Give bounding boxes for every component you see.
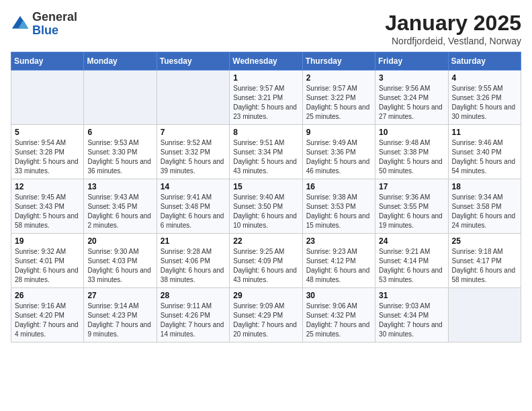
- calendar-day-cell: 19Sunrise: 9:32 AM Sunset: 4:01 PM Dayli…: [11, 234, 84, 288]
- weekday-header-cell: Monday: [84, 52, 157, 71]
- day-info: Sunrise: 9:34 AM Sunset: 3:58 PM Dayligh…: [452, 193, 517, 230]
- calendar-table: SundayMondayTuesdayWednesdayThursdayFrid…: [11, 52, 521, 342]
- weekday-header-cell: Friday: [375, 52, 448, 71]
- calendar-day-cell: 5Sunrise: 9:54 AM Sunset: 3:28 PM Daylig…: [11, 125, 84, 179]
- day-info: Sunrise: 9:57 AM Sunset: 3:22 PM Dayligh…: [306, 84, 371, 122]
- day-info: Sunrise: 9:48 AM Sunset: 3:38 PM Dayligh…: [379, 138, 444, 176]
- calendar-day-cell: [448, 288, 521, 342]
- calendar-day-cell: 15Sunrise: 9:40 AM Sunset: 3:50 PM Dayli…: [230, 179, 302, 234]
- calendar-day-cell: 11Sunrise: 9:46 AM Sunset: 3:40 PM Dayli…: [448, 125, 521, 179]
- calendar-day-cell: 13Sunrise: 9:43 AM Sunset: 3:45 PM Dayli…: [84, 179, 157, 234]
- calendar-day-cell: 8Sunrise: 9:51 AM Sunset: 3:34 PM Daylig…: [230, 125, 302, 179]
- calendar-day-cell: 29Sunrise: 9:09 AM Sunset: 4:29 PM Dayli…: [230, 288, 302, 342]
- calendar-week-row: 19Sunrise: 9:32 AM Sunset: 4:01 PM Dayli…: [11, 234, 521, 288]
- calendar-day-cell: 25Sunrise: 9:18 AM Sunset: 4:17 PM Dayli…: [448, 234, 521, 288]
- day-info: Sunrise: 9:32 AM Sunset: 4:01 PM Dayligh…: [15, 247, 80, 285]
- day-number: 16: [306, 182, 371, 191]
- calendar-day-cell: 9Sunrise: 9:49 AM Sunset: 3:36 PM Daylig…: [302, 125, 375, 179]
- day-number: 15: [233, 182, 298, 191]
- calendar-day-cell: [11, 71, 84, 125]
- day-number: 23: [306, 236, 371, 246]
- day-number: 17: [379, 182, 444, 191]
- calendar-day-cell: 1Sunrise: 9:57 AM Sunset: 3:21 PM Daylig…: [230, 71, 302, 125]
- weekday-header-row: SundayMondayTuesdayWednesdayThursdayFrid…: [11, 52, 521, 71]
- day-number: 31: [379, 291, 444, 300]
- day-number: 3: [379, 73, 444, 83]
- day-info: Sunrise: 9:41 AM Sunset: 3:48 PM Dayligh…: [161, 193, 226, 230]
- logo-text: General Blue: [32, 11, 77, 38]
- calendar-week-row: 26Sunrise: 9:16 AM Sunset: 4:20 PM Dayli…: [11, 288, 521, 342]
- calendar-day-cell: [84, 71, 157, 125]
- day-info: Sunrise: 9:11 AM Sunset: 4:26 PM Dayligh…: [161, 302, 226, 339]
- day-info: Sunrise: 9:51 AM Sunset: 3:34 PM Dayligh…: [233, 138, 298, 176]
- day-number: 6: [87, 128, 152, 137]
- day-info: Sunrise: 9:49 AM Sunset: 3:36 PM Dayligh…: [306, 138, 371, 176]
- day-number: 14: [161, 182, 226, 191]
- calendar-day-cell: 28Sunrise: 9:11 AM Sunset: 4:26 PM Dayli…: [157, 288, 229, 342]
- day-number: 4: [452, 73, 517, 83]
- day-info: Sunrise: 9:36 AM Sunset: 3:55 PM Dayligh…: [379, 193, 444, 230]
- calendar-day-cell: 10Sunrise: 9:48 AM Sunset: 3:38 PM Dayli…: [375, 125, 448, 179]
- day-number: 25: [452, 236, 517, 246]
- day-info: Sunrise: 9:30 AM Sunset: 4:03 PM Dayligh…: [87, 247, 152, 285]
- calendar-day-cell: 22Sunrise: 9:25 AM Sunset: 4:09 PM Dayli…: [230, 234, 302, 288]
- calendar-day-cell: 7Sunrise: 9:52 AM Sunset: 3:32 PM Daylig…: [157, 125, 229, 179]
- day-info: Sunrise: 9:43 AM Sunset: 3:45 PM Dayligh…: [87, 193, 152, 230]
- calendar-day-cell: 26Sunrise: 9:16 AM Sunset: 4:20 PM Dayli…: [11, 288, 84, 342]
- day-number: 11: [452, 128, 517, 137]
- day-info: Sunrise: 9:55 AM Sunset: 3:26 PM Dayligh…: [452, 84, 517, 122]
- logo: General Blue: [11, 11, 77, 38]
- day-number: 22: [233, 236, 298, 246]
- calendar-day-cell: 2Sunrise: 9:57 AM Sunset: 3:22 PM Daylig…: [302, 71, 375, 125]
- weekday-header-cell: Wednesday: [230, 52, 302, 71]
- day-number: 29: [233, 291, 298, 300]
- calendar-day-cell: 14Sunrise: 9:41 AM Sunset: 3:48 PM Dayli…: [157, 179, 229, 234]
- day-info: Sunrise: 9:38 AM Sunset: 3:53 PM Dayligh…: [306, 193, 371, 230]
- day-number: 21: [161, 236, 226, 246]
- calendar-week-row: 5Sunrise: 9:54 AM Sunset: 3:28 PM Daylig…: [11, 125, 521, 179]
- calendar-day-cell: 30Sunrise: 9:06 AM Sunset: 4:32 PM Dayli…: [302, 288, 375, 342]
- day-info: Sunrise: 9:09 AM Sunset: 4:29 PM Dayligh…: [233, 302, 298, 339]
- calendar-day-cell: 31Sunrise: 9:03 AM Sunset: 4:34 PM Dayli…: [375, 288, 448, 342]
- day-number: 19: [15, 236, 80, 246]
- calendar-day-cell: 6Sunrise: 9:53 AM Sunset: 3:30 PM Daylig…: [84, 125, 157, 179]
- weekday-header-cell: Saturday: [448, 52, 521, 71]
- day-info: Sunrise: 9:53 AM Sunset: 3:30 PM Dayligh…: [87, 138, 152, 176]
- day-number: 30: [306, 291, 371, 300]
- day-number: 5: [15, 128, 80, 137]
- month-title: January 2025: [385, 11, 521, 36]
- calendar-body: 1Sunrise: 9:57 AM Sunset: 3:21 PM Daylig…: [11, 71, 521, 342]
- calendar-day-cell: 24Sunrise: 9:21 AM Sunset: 4:14 PM Dayli…: [375, 234, 448, 288]
- day-info: Sunrise: 9:21 AM Sunset: 4:14 PM Dayligh…: [379, 247, 444, 285]
- calendar-day-cell: 12Sunrise: 9:45 AM Sunset: 3:43 PM Dayli…: [11, 179, 84, 234]
- page-header: General Blue January 2025 Nordfjordeid, …: [11, 11, 521, 46]
- day-info: Sunrise: 9:57 AM Sunset: 3:21 PM Dayligh…: [233, 84, 298, 122]
- day-info: Sunrise: 9:45 AM Sunset: 3:43 PM Dayligh…: [15, 193, 80, 230]
- day-info: Sunrise: 9:25 AM Sunset: 4:09 PM Dayligh…: [233, 247, 298, 285]
- weekday-header-cell: Tuesday: [157, 52, 229, 71]
- day-number: 12: [15, 182, 80, 191]
- day-number: 2: [306, 73, 371, 83]
- day-number: 24: [379, 236, 444, 246]
- title-area: January 2025 Nordfjordeid, Vestland, Nor…: [385, 11, 521, 46]
- calendar-day-cell: 27Sunrise: 9:14 AM Sunset: 4:23 PM Dayli…: [84, 288, 157, 342]
- day-number: 26: [15, 291, 80, 300]
- day-info: Sunrise: 9:18 AM Sunset: 4:17 PM Dayligh…: [452, 247, 517, 285]
- day-info: Sunrise: 9:14 AM Sunset: 4:23 PM Dayligh…: [87, 302, 152, 339]
- calendar-day-cell: 23Sunrise: 9:23 AM Sunset: 4:12 PM Dayli…: [302, 234, 375, 288]
- weekday-header-cell: Sunday: [11, 52, 84, 71]
- day-info: Sunrise: 9:54 AM Sunset: 3:28 PM Dayligh…: [15, 138, 80, 176]
- day-info: Sunrise: 9:46 AM Sunset: 3:40 PM Dayligh…: [452, 138, 517, 176]
- day-number: 7: [161, 128, 226, 137]
- day-info: Sunrise: 9:52 AM Sunset: 3:32 PM Dayligh…: [161, 138, 226, 176]
- day-info: Sunrise: 9:16 AM Sunset: 4:20 PM Dayligh…: [15, 302, 80, 339]
- day-number: 9: [306, 128, 371, 137]
- day-number: 20: [87, 236, 152, 246]
- day-info: Sunrise: 9:03 AM Sunset: 4:34 PM Dayligh…: [379, 302, 444, 339]
- calendar-day-cell: 16Sunrise: 9:38 AM Sunset: 3:53 PM Dayli…: [302, 179, 375, 234]
- calendar-day-cell: [157, 71, 229, 125]
- calendar-week-row: 1Sunrise: 9:57 AM Sunset: 3:21 PM Daylig…: [11, 71, 521, 125]
- day-info: Sunrise: 9:40 AM Sunset: 3:50 PM Dayligh…: [233, 193, 298, 230]
- calendar-day-cell: 21Sunrise: 9:28 AM Sunset: 4:06 PM Dayli…: [157, 234, 229, 288]
- weekday-header-cell: Thursday: [302, 52, 375, 71]
